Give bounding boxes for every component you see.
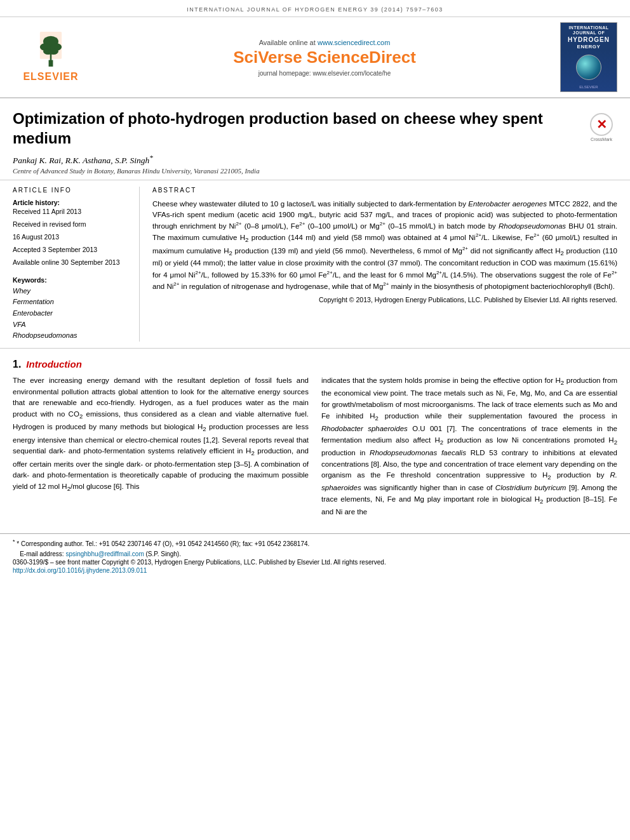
elsevier-logo: ELSEVIER <box>13 32 89 83</box>
author-names: Pankaj K. Rai, R.K. Asthana, S.P. Singh* <box>13 156 153 165</box>
section-title-intro: Introduction <box>26 359 81 370</box>
footnote-corresponding: * * Corresponding author. Tel.: +91 0542… <box>13 538 617 549</box>
keyword-whey: Whey <box>13 286 130 297</box>
sciverse-brand-part2: ScienceDirect <box>307 48 416 67</box>
available-online-text: Available online at www.sciencedirect.co… <box>89 37 560 48</box>
footnote-text: * Corresponding author. Tel.: +91 0542 2… <box>17 541 309 548</box>
author-super: * <box>149 153 153 161</box>
article-body: ARTICLE INFO Article history: Received 1… <box>0 180 630 349</box>
keyword-enterobacter: Enterobacter <box>13 308 130 319</box>
accepted-date: Accepted 3 September 2013 <box>13 246 130 253</box>
intro-right-col: indicates that the system holds promise … <box>321 375 617 518</box>
cover-globe-icon <box>576 55 601 80</box>
keyword-fermentation: Fermentation <box>13 297 130 308</box>
svg-point-6 <box>49 48 58 55</box>
email-link[interactable]: spsinghbhu@rediffmail.com <box>65 550 144 557</box>
logo-area: ELSEVIER Available online at www.science… <box>0 17 630 98</box>
article-title-area: Optimization of photo-hydrogen productio… <box>0 98 630 180</box>
issn-line: 0360-3199/$ – see front matter Copyright… <box>13 559 617 566</box>
keyword-vfa: VFA <box>13 319 130 331</box>
abstract-heading: ABSTRACT <box>152 187 617 194</box>
email-label: E-mail address: <box>20 550 64 557</box>
crossmark-label: CrossMark <box>591 137 612 142</box>
svg-rect-7 <box>49 60 53 67</box>
authors: Pankaj K. Rai, R.K. Asthana, S.P. Singh* <box>13 153 617 166</box>
journal-cover-image: International Journal ofHYDROGENENERGY E… <box>560 22 617 92</box>
introduction-body: The ever increasing energy demand with t… <box>13 375 617 518</box>
journal-title: INTERNATIONAL JOURNAL OF HYDROGEN ENERGY… <box>187 6 443 13</box>
keyword-rhodopseudomonas: Rhodopseudomonas <box>13 330 130 342</box>
article-info-column: ARTICLE INFO Article history: Received 1… <box>13 187 140 342</box>
copyright-text: Copyright © 2013, Hydrogen Energy Public… <box>152 296 617 303</box>
revised-date: 16 August 2013 <box>13 233 130 241</box>
main-content: 1. Introduction The ever increasing ener… <box>0 349 630 528</box>
crossmark-icon: ✕ <box>590 113 613 136</box>
article-footer: * * Corresponding author. Tel.: +91 0542… <box>0 533 630 577</box>
sciverse-brand: SciVerse ScienceDirect <box>89 48 560 67</box>
doi-link[interactable]: http://dx.doi.org/10.1016/j.ijhydene.201… <box>13 567 147 574</box>
doi-line: http://dx.doi.org/10.1016/j.ijhydene.201… <box>13 567 617 574</box>
intro-left-col: The ever increasing energy demand with t… <box>13 375 309 518</box>
sciverse-area: Available online at www.sciencedirect.co… <box>89 37 560 77</box>
section-number: 1. <box>13 359 21 370</box>
abstract-text: Cheese whey wastewater diluted to 10 g l… <box>152 199 617 292</box>
elsevier-brand: ELSEVIER <box>23 71 78 83</box>
sciverse-url-link[interactable]: www.sciencedirect.com <box>318 39 390 46</box>
affiliation: Centre of Advanced Study in Botany, Bana… <box>13 167 617 175</box>
article-title: Optimization of photo-hydrogen productio… <box>13 109 579 148</box>
email-suffix: (S.P. Singh). <box>146 550 181 557</box>
available-online-date: Available online 30 September 2013 <box>13 258 130 266</box>
cover-title: International Journal ofHYDROGENENERGY <box>563 25 614 50</box>
abstract-column: ABSTRACT Cheese whey wastewater diluted … <box>152 187 617 342</box>
elsevier-tree-icon <box>32 32 70 70</box>
revised-label: Received in revised form <box>13 220 130 228</box>
keywords-label: Keywords: <box>13 276 130 284</box>
section-header-intro: 1. Introduction <box>13 359 617 370</box>
crossmark-badge[interactable]: ✕ CrossMark <box>586 111 617 143</box>
journal-header: INTERNATIONAL JOURNAL OF HYDROGEN ENERGY… <box>0 0 630 17</box>
cover-bottom: ELSEVIER <box>579 85 598 89</box>
history-label: Article history: <box>13 199 130 206</box>
received-date: Received 11 April 2013 <box>13 208 130 215</box>
sciverse-brand-part1: SciVerse <box>233 48 307 67</box>
article-info-heading: ARTICLE INFO <box>13 187 130 194</box>
footnote-star-icon: * <box>13 538 15 545</box>
footnote-email: E-mail address: spsinghbhu@rediffmail.co… <box>13 549 617 559</box>
journal-homepage: journal homepage: www.elsevier.com/locat… <box>89 70 560 77</box>
